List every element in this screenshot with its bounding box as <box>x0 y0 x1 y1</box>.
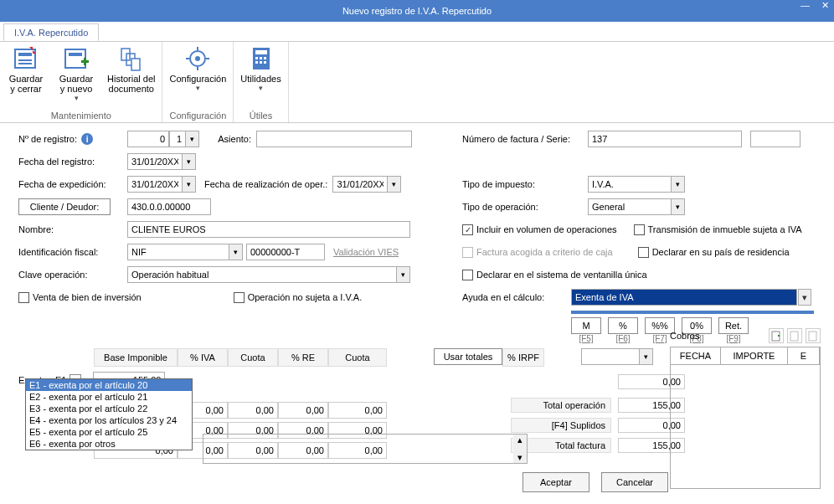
reg-no-a-input[interactable] <box>127 131 169 147</box>
cobros-title: Cobros <box>670 331 699 341</box>
reg-no-dd[interactable]: ▾ <box>186 131 199 147</box>
exenta-opt-e1[interactable]: E1 - exenta por el artículo 20 <box>26 379 192 391</box>
edit-cobro-icon[interactable] <box>787 328 802 343</box>
chevron-down-icon: ▾ <box>259 84 263 92</box>
cancel-button[interactable]: Cancelar <box>601 472 668 492</box>
num-fact-input[interactable] <box>588 131 742 147</box>
nombre-label: Nombre: <box>18 224 127 234</box>
asiento-input[interactable] <box>256 131 412 147</box>
history-button[interactable]: Historial del documento <box>106 44 157 104</box>
no-sujeta-checkbox[interactable]: Operación no sujeta a I.V.A. <box>234 292 363 303</box>
cliente-input[interactable] <box>127 198 211 215</box>
notes-box[interactable]: ▴▾ <box>203 434 528 464</box>
svg-rect-18 <box>260 57 262 59</box>
validacion-vies-link[interactable]: Validación VIES <box>333 247 399 257</box>
nombre-input[interactable] <box>127 221 410 238</box>
ident-type-select[interactable] <box>127 244 229 260</box>
exenta-opt-e5[interactable]: E5 - exenta por el artículo 25 <box>26 426 192 438</box>
save-close-icon <box>13 45 39 72</box>
svg-rect-8 <box>131 59 140 70</box>
svg-point-10 <box>195 56 200 61</box>
usar-totales-button[interactable]: Usar totales <box>434 348 502 365</box>
macro-m-button[interactable]: M <box>571 317 601 334</box>
svg-rect-6 <box>121 49 130 60</box>
minimize-icon[interactable]: — <box>801 0 810 11</box>
ayuda-dd[interactable]: ▾ <box>798 289 811 306</box>
svg-rect-4 <box>65 49 85 68</box>
cuota-1[interactable]: 0,00 <box>228 402 278 419</box>
exenta-opt-e2[interactable]: E2 - exenta por el artículo 21 <box>26 391 192 403</box>
tab-iva-repercutido[interactable]: I.V.A. Repercutido <box>3 23 99 41</box>
irpf-select[interactable] <box>581 348 640 365</box>
svg-rect-20 <box>255 61 258 64</box>
svg-rect-1 <box>18 53 32 56</box>
tipo-oper-select[interactable] <box>588 198 672 215</box>
clave-select[interactable] <box>127 266 397 283</box>
exenta-opt-e4[interactable]: E4 - exenta por los artículos 23 y 24 <box>26 414 192 426</box>
col-cuota2: Cuota <box>328 348 387 367</box>
svg-rect-16 <box>255 50 267 54</box>
clave-dd[interactable]: ▾ <box>397 266 410 283</box>
chevron-down-icon: ▾ <box>196 84 200 92</box>
accept-button[interactable]: Aceptar <box>523 472 589 492</box>
window-titlebar: Nuevo registro de I.V.A. Repercutido — ✕ <box>0 0 834 22</box>
svg-rect-24 <box>790 332 798 341</box>
tipo-imp-select[interactable] <box>588 176 672 193</box>
venta-bien-checkbox[interactable]: Venta de bien de inversión <box>18 292 142 303</box>
col-base: Base Imponible <box>94 348 178 367</box>
info-icon[interactable]: i <box>81 133 93 145</box>
add-cobro-icon[interactable] <box>769 328 784 343</box>
config-button[interactable]: Configuración ▾ <box>167 44 228 94</box>
utilities-button[interactable]: Utilidades ▾ <box>239 44 282 94</box>
cliente-button[interactable]: Cliente / Deudor: <box>18 198 111 215</box>
declarar-vent-checkbox[interactable]: Declarar en el sistema de ventanilla úni… <box>462 270 647 280</box>
group-label-maint: Mantenimiento <box>5 109 157 122</box>
window-title: Nuevo registro de I.V.A. Repercutido <box>342 6 492 16</box>
declarar-pais-checkbox[interactable]: Declarar en su país de residencia <box>638 247 790 258</box>
num-fact-label: Número de factura / Serie: <box>462 134 588 144</box>
save-close-button[interactable]: Guardar y cerrar <box>5 44 47 104</box>
save-new-button[interactable]: Guardar y nuevo ▾ <box>55 44 97 104</box>
clave-label: Clave operación: <box>18 270 127 280</box>
irpf-dd[interactable]: ▾ <box>640 348 653 365</box>
svg-rect-17 <box>255 57 258 59</box>
svg-rect-2 <box>18 59 32 61</box>
fecha-reg-label: Fecha del registro: <box>18 157 127 167</box>
fecha-oper-input[interactable] <box>332 176 388 193</box>
fecha-reg-input[interactable] <box>127 153 183 170</box>
reg-no-b-input[interactable] <box>169 131 186 147</box>
exenta-opt-e6[interactable]: E6 - exenta por otros <box>26 438 192 450</box>
tipo-oper-dd[interactable]: ▾ <box>672 198 685 215</box>
ident-label: Identificación fiscal: <box>18 247 127 257</box>
scroll-up-icon[interactable]: ▴ <box>517 435 523 445</box>
fecha-oper-dd[interactable]: ▾ <box>388 176 401 193</box>
exenta-dropdown-popup[interactable]: E1 - exenta por el artículo 20 E2 - exen… <box>25 378 193 450</box>
scroll-down-icon[interactable]: ▾ <box>517 452 523 463</box>
col-re: % RE <box>278 348 328 367</box>
serie-input[interactable] <box>750 131 801 147</box>
tipo-imp-dd[interactable]: ▾ <box>672 176 685 193</box>
del-cobro-icon[interactable] <box>806 328 821 343</box>
ident-val-input[interactable] <box>246 244 325 260</box>
tot-oper-label: Total operación <box>511 398 611 413</box>
fecha-reg-dd[interactable]: ▾ <box>183 153 196 170</box>
asiento-label: Asiento: <box>199 134 251 144</box>
ayuda-select[interactable]: Exenta de IVA ▾ <box>571 289 797 306</box>
recu-1[interactable]: 0,00 <box>328 402 387 419</box>
svg-rect-22 <box>264 61 266 64</box>
re-1[interactable]: 0,00 <box>278 402 328 419</box>
transmision-checkbox[interactable]: Transmisión de inmueble sujeta a IVA <box>634 224 802 235</box>
ribbon: Guardar y cerrar Guardar y nuevo ▾ Histo… <box>0 42 834 123</box>
macro-pct-button[interactable]: % <box>608 317 638 334</box>
fecha-exp-dd[interactable]: ▾ <box>183 176 196 193</box>
fecha-oper-label: Fecha de realización de oper.: <box>204 179 327 189</box>
exenta-opt-e3[interactable]: E3 - exenta por el artículo 22 <box>26 403 192 414</box>
suplidos-label[interactable]: [F4] Suplidos <box>511 418 611 433</box>
gear-icon <box>184 45 211 72</box>
ident-type-dd[interactable]: ▾ <box>229 244 243 260</box>
incluir-checkbox[interactable]: Incluir en volumen de operaciones <box>462 224 617 235</box>
save-new-icon <box>63 45 90 72</box>
close-icon[interactable]: ✕ <box>821 0 829 11</box>
svg-rect-5 <box>69 53 82 56</box>
fecha-exp-input[interactable] <box>127 176 183 193</box>
